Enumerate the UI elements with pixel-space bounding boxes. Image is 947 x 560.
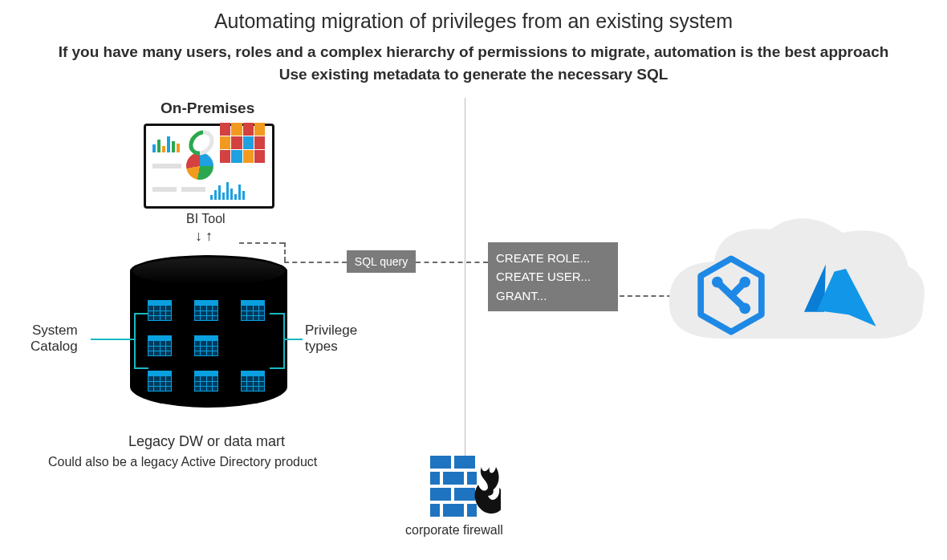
- svg-rect-10: [454, 488, 475, 501]
- bi-tool-label: BI Tool: [186, 212, 226, 226]
- subtitle-line-2: Use existing metadata to generate the ne…: [0, 63, 947, 86]
- azure-cloud-group: [658, 210, 931, 371]
- firewall-icon: [430, 456, 501, 517]
- azure-synapse-icon: [697, 255, 766, 335]
- on-premises-label: On-Premises: [161, 99, 254, 117]
- svg-rect-5: [454, 456, 475, 469]
- svg-rect-7: [443, 472, 464, 485]
- svg-point-2: [739, 277, 750, 288]
- connector-line: [285, 339, 303, 340]
- legacy-sub-label: Could also be a legacy Active Directory …: [48, 455, 317, 469]
- connector-line: [134, 313, 136, 369]
- svg-rect-13: [467, 504, 477, 517]
- svg-rect-4: [430, 456, 451, 469]
- database-cylinder-icon: [130, 255, 287, 416]
- connector-line: [134, 313, 148, 314]
- svg-point-3: [739, 303, 750, 314]
- dashed-connector: [284, 242, 286, 262]
- privilege-types-line2: types: [305, 339, 357, 355]
- dashed-connector: [416, 262, 488, 263]
- system-catalog-label: System Catalog: [30, 323, 78, 355]
- page-subtitle: If you have many users, roles and a comp…: [0, 41, 947, 85]
- stmt-grant: GRANT...: [496, 286, 610, 305]
- privilege-types-label: Privilege types: [305, 323, 357, 355]
- svg-rect-9: [430, 488, 451, 501]
- dashed-connector: [239, 242, 284, 244]
- svg-point-1: [712, 277, 723, 288]
- dashed-connector: [284, 262, 347, 263]
- subtitle-line-1: If you have many users, roles and a comp…: [0, 41, 947, 63]
- page-title: Automating migration of privileges from …: [0, 10, 947, 33]
- legacy-dw-label: Legacy DW or data mart: [128, 433, 285, 450]
- svg-rect-12: [443, 504, 464, 517]
- connector-line: [91, 339, 134, 340]
- connector-line: [270, 367, 284, 369]
- firewall-divider-line: [465, 98, 465, 467]
- connector-line: [283, 313, 285, 369]
- privilege-types-line1: Privilege: [305, 323, 357, 339]
- stmt-create-role: CREATE ROLE...: [496, 249, 610, 267]
- sql-statements-box: CREATE ROLE... CREATE USER... GRANT...: [488, 242, 618, 311]
- svg-rect-6: [430, 472, 440, 485]
- sql-query-box: SQL query: [347, 250, 416, 273]
- svg-rect-11: [430, 504, 440, 517]
- system-catalog-line2: Catalog: [30, 339, 78, 355]
- connector-line: [134, 367, 148, 369]
- stmt-create-user: CREATE USER...: [496, 267, 610, 286]
- svg-rect-8: [467, 472, 477, 485]
- bi-tool-monitor-icon: [144, 124, 274, 209]
- firewall-label: corporate firewall: [405, 523, 503, 538]
- bidirectional-arrow-icon: ↓↑: [195, 228, 214, 245]
- architecture-diagram: On-Premises BI Tool ↓↑: [0, 98, 947, 547]
- connector-line: [270, 313, 284, 314]
- azure-logo-icon: [795, 262, 883, 331]
- system-catalog-line1: System: [30, 323, 78, 339]
